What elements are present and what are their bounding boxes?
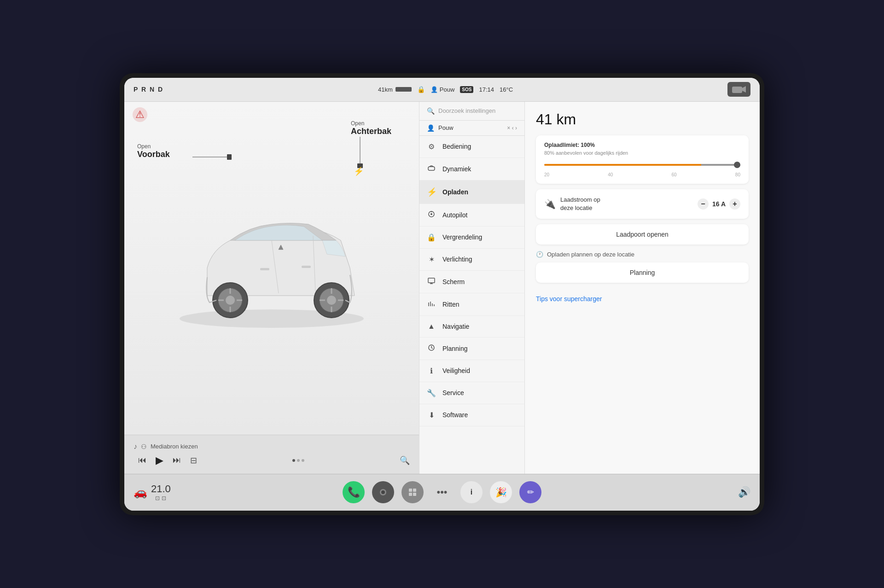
menu-item-ritten[interactable]: Ritten	[419, 293, 524, 316]
charger-plug-icon: 🔌	[544, 198, 556, 210]
charge-fill	[544, 164, 740, 166]
clock-icon: 🕐	[536, 251, 543, 258]
seat-icon-left: ⊡	[155, 495, 160, 501]
taskbar-left: 🚗 21.0 ⊡ ⊡	[134, 483, 171, 501]
menu-item-bediening[interactable]: ⚙ Bediening	[419, 136, 524, 158]
main-content: ⚠ Open Voorbak	[124, 102, 760, 474]
charge-limit-subtitle: 80% aanbevolen voor dagelijks rijden	[544, 150, 740, 156]
search-icon: 🔍	[427, 107, 435, 115]
charge-limit-box: Oplaadlimiet: 100% 80% aanbevolen voor d…	[536, 135, 749, 184]
calendar-btn[interactable]: i	[460, 481, 483, 503]
supercharger-link[interactable]: Tips voor supercharger	[536, 295, 602, 303]
car-image-area: Open Voorbak Open Achterbak	[124, 102, 419, 435]
svg-rect-25	[260, 268, 269, 270]
schedule-btn[interactable]: Planning	[536, 262, 749, 283]
prev-track-btn[interactable]: ⏮	[138, 455, 146, 465]
charge-current-label: Laadstroom op deze locatie	[560, 196, 600, 212]
play-btn[interactable]: ▶	[156, 454, 163, 466]
menu-item-software[interactable]: ⬇ Software	[419, 404, 524, 426]
status-center: 41km 🔒 👤 Pouw SOS 17:14 16°C	[169, 86, 722, 93]
navigatie-icon: ▲	[427, 322, 436, 331]
status-bar: P R N D 41km 🔒 👤 Pouw SOS 17:14 16°C	[124, 78, 760, 102]
ritten-label: Ritten	[442, 301, 459, 308]
svg-rect-31	[428, 278, 435, 283]
time-display: 17:14	[479, 86, 494, 93]
camera-btn[interactable]	[372, 481, 394, 503]
menu-item-navigatie[interactable]: ▲ Navigatie	[419, 316, 524, 338]
charge-increase-btn[interactable]: +	[729, 198, 740, 210]
dynamiek-icon	[427, 164, 436, 174]
svg-point-40	[381, 490, 385, 494]
car-panel: ⚠ Open Voorbak	[124, 102, 419, 474]
driver-info: 👤 Pouw	[430, 86, 455, 93]
camera-icon[interactable]	[727, 82, 750, 97]
user-icon: 👤	[427, 124, 435, 132]
grid-btn[interactable]	[401, 481, 424, 503]
verlichting-icon: ✶	[427, 255, 436, 264]
settings-panel: 🔍 Doorzoek instellingen 👤 Pouw × ‹ › ⚙ B…	[419, 102, 525, 474]
svg-rect-42	[413, 489, 416, 492]
charge-thumb[interactable]	[734, 162, 740, 168]
verlichting-label: Verlichting	[442, 256, 472, 263]
user-row: 👤 Pouw × ‹ ›	[419, 121, 524, 136]
device-bezel: P R N D 41km 🔒 👤 Pouw SOS 17:14 16°C	[120, 73, 764, 515]
menu-item-opladen[interactable]: ⚡ Opladen	[419, 180, 524, 204]
charge-current-value: − 16 A +	[698, 198, 740, 210]
scherm-label: Scherm	[442, 278, 465, 285]
media-controls: ⏮ ▶ ⏭ ⊟ 🔍	[134, 454, 410, 466]
charge-track	[544, 164, 740, 166]
taskbar-center: 📞 ••• i 🎉	[343, 481, 541, 503]
svg-rect-5	[227, 154, 232, 160]
svg-point-29	[430, 213, 432, 215]
user-controls: × ‹ ›	[507, 125, 517, 131]
pen-btn[interactable]: ✏	[519, 481, 541, 503]
driver-name: Pouw	[440, 86, 455, 93]
seat-icon-right: ⊡	[162, 495, 166, 501]
sos-badge[interactable]: SOS	[460, 86, 473, 93]
menu-item-vergrendeling[interactable]: 🔒 Vergrendeling	[419, 227, 524, 249]
svg-rect-41	[409, 489, 412, 492]
svg-point-13	[226, 296, 235, 305]
opladen-icon: ⚡	[427, 187, 436, 197]
menu-item-scherm[interactable]: Scherm	[419, 271, 524, 293]
charge-current-box: 🔌 Laadstroom op deze locatie − 16 A +	[536, 189, 749, 219]
search-icon[interactable]: 🔍	[400, 455, 410, 466]
menu-item-planning[interactable]: Planning	[419, 338, 524, 360]
menu-item-veiligheid[interactable]: ℹ Veiligheid	[419, 360, 524, 382]
planning-label: Planning	[442, 345, 468, 352]
charge-decrease-btn[interactable]: −	[698, 198, 709, 210]
bluetooth-icon: ⚇	[141, 443, 147, 450]
taskbar: 🚗 21.0 ⊡ ⊡ 📞	[124, 474, 760, 511]
menu-item-verlichting[interactable]: ✶ Verlichting	[419, 249, 524, 271]
marker-60: 60	[672, 172, 677, 177]
search-bar[interactable]: 🔍 Doorzoek instellingen	[419, 102, 524, 121]
svg-rect-26	[302, 266, 311, 268]
status-right	[727, 82, 750, 97]
charge-limit-title: Oplaadlimiet: 100%	[544, 142, 740, 148]
charge-current-left: 🔌 Laadstroom op deze locatie	[544, 196, 600, 212]
alert-icon: ⚠	[132, 106, 148, 125]
marker-20: 20	[544, 172, 549, 177]
equalizer-icon[interactable]: ⊟	[190, 455, 197, 466]
cabin-temp: 21.0	[151, 483, 171, 495]
software-label: Software	[442, 411, 468, 419]
lock-icon: 🔒	[417, 86, 425, 93]
navigatie-label: Navigatie	[442, 323, 469, 330]
veiligheid-icon: ℹ	[427, 367, 436, 375]
menu-item-dynamiek[interactable]: Dynamiek	[419, 158, 524, 180]
menu-item-autopilot[interactable]: Autopilot	[419, 204, 524, 227]
driver-icon: 👤	[430, 86, 438, 93]
phone-btn[interactable]: 📞	[343, 481, 365, 503]
menu-item-service[interactable]: 🔧 Service	[419, 382, 524, 404]
achterbak-label: Open Achterbak	[351, 120, 391, 136]
volume-icon[interactable]: 🔊	[738, 486, 750, 498]
party-btn[interactable]: 🎉	[490, 481, 512, 503]
media-label[interactable]: Mediabron kiezen	[151, 443, 198, 450]
charge-slider[interactable]	[544, 160, 740, 169]
laadpoort-btn[interactable]: Laadpoort openen	[536, 224, 749, 245]
bediening-icon: ⚙	[427, 142, 436, 151]
next-track-btn[interactable]: ⏭	[173, 455, 181, 465]
charging-bolt-icon: ⚡	[354, 166, 364, 176]
temp-display: 16°C	[500, 86, 513, 93]
more-btn[interactable]: •••	[431, 481, 453, 503]
